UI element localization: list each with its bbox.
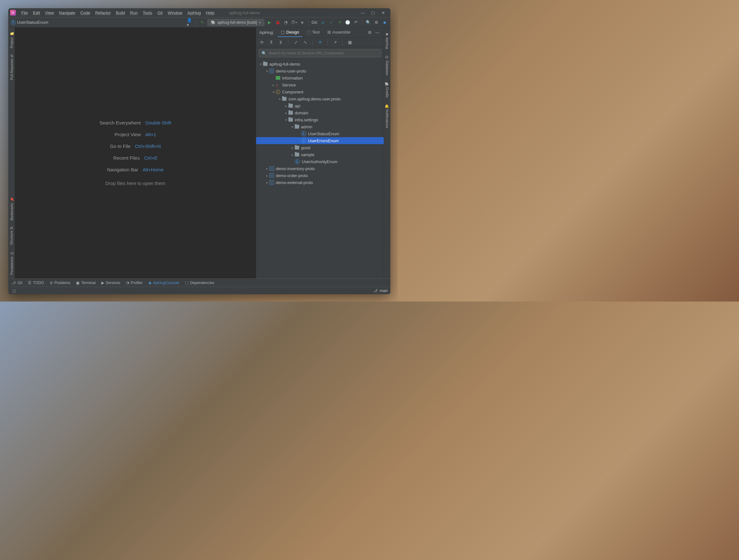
tree-arrow-icon[interactable] xyxy=(271,90,276,94)
menu-edit[interactable]: Edit xyxy=(31,9,42,16)
tree-module[interactable]: demo-user-proto xyxy=(256,67,384,75)
tree-folder[interactable]: admin xyxy=(256,123,384,130)
menu-refactor[interactable]: Refactor xyxy=(93,9,113,16)
btab-apihugconsole[interactable]: ◆ ApiHugConsole xyxy=(148,281,179,285)
left-tab-bookmarks[interactable]: Bookmarks🔖 xyxy=(9,195,14,223)
menu-apihug[interactable]: ApiHug xyxy=(185,9,203,16)
git-pull-icon[interactable]: ↙ xyxy=(320,19,326,26)
btab-problems[interactable]: ⊘ Problems xyxy=(50,281,70,285)
menu-run[interactable]: Run xyxy=(128,9,140,16)
debug-icon[interactable]: 🐞 xyxy=(275,19,281,26)
btab-services[interactable]: ▶ Services xyxy=(101,281,120,285)
panel-settings-icon[interactable]: ⚙ xyxy=(366,29,373,36)
tree-package[interactable]: com.apihug.demo.user.proto xyxy=(256,95,384,102)
refresh-icon[interactable]: ⟳ xyxy=(259,39,265,46)
git-push-icon[interactable]: ↗ xyxy=(336,19,342,26)
tree-component[interactable]: CComponent xyxy=(256,88,384,95)
tree-root[interactable]: apihug-full-demo xyxy=(256,60,384,67)
menu-navigate[interactable]: Navigate xyxy=(57,9,77,16)
tree-folder[interactable]: infra.settings xyxy=(256,116,384,123)
tree-enum[interactable]: EUserAuthorityEnum xyxy=(256,158,384,165)
right-tab-apihug[interactable]: ◆ApiHug xyxy=(385,29,390,51)
tree-arrow-icon[interactable] xyxy=(290,146,295,149)
right-tab-gradle[interactable]: 🐘Gradle xyxy=(385,79,390,100)
tree-module[interactable]: demo-external-proto xyxy=(256,179,384,186)
tab-design[interactable]: ⬚Design xyxy=(278,28,302,37)
branch-name[interactable]: main xyxy=(380,289,388,293)
right-tab-database[interactable]: ⛁Database xyxy=(385,52,390,78)
profile-icon[interactable]: ⏱▾ xyxy=(291,19,297,26)
tree-folder[interactable]: domain xyxy=(256,109,384,116)
tab-test[interactable]: ⬚Test xyxy=(304,28,323,37)
tree-folder[interactable]: sample xyxy=(256,151,384,158)
tree-enum[interactable]: EUserErrorsEnum xyxy=(256,137,384,144)
tree-arrow-icon[interactable] xyxy=(264,174,270,177)
left-tab-project[interactable]: Project📁 xyxy=(9,29,14,51)
hammer-icon[interactable]: ↖ xyxy=(199,19,205,26)
breadcrumb[interactable]: E UserStatusEnum xyxy=(11,20,185,25)
btab-terminal[interactable]: ▣ Terminal xyxy=(76,281,95,285)
search-box[interactable]: 🔍 xyxy=(259,49,381,57)
minimize-button[interactable]: — xyxy=(360,10,365,15)
user-icon[interactable]: 👤▾ xyxy=(187,19,193,26)
collapse-icon[interactable]: ⊻ xyxy=(278,39,284,46)
expand-icon[interactable]: ⊼ xyxy=(268,39,275,46)
btab-dependencies[interactable]: ⬚ Dependencies xyxy=(185,281,214,285)
git-commit-icon[interactable]: ✓ xyxy=(328,19,334,26)
tab-assemble[interactable]: ⊞Assemble xyxy=(324,28,354,37)
zoom-out-icon[interactable]: ⤡ xyxy=(302,39,308,46)
settings-icon[interactable]: ⚙ xyxy=(373,19,380,26)
tree-arrow-icon[interactable] xyxy=(258,62,263,66)
tree-arrow-icon[interactable] xyxy=(283,111,288,115)
git-rollback-icon[interactable]: ↶ xyxy=(353,19,359,26)
tool-window-icon[interactable]: ▢ xyxy=(11,288,17,294)
maximize-button[interactable]: ▢ xyxy=(371,10,375,15)
external-link-icon[interactable]: ↗ xyxy=(332,39,338,46)
tree-module[interactable]: demo-inventory-proto xyxy=(256,165,384,172)
tree-module[interactable]: demo-order-proto xyxy=(256,172,384,179)
menu-view[interactable]: View xyxy=(43,9,56,16)
menu-window[interactable]: Window xyxy=(166,9,185,16)
btab-profiler[interactable]: ◔ Profiler xyxy=(126,281,143,285)
search-input[interactable] xyxy=(269,51,379,55)
panel-minimize-icon[interactable]: — xyxy=(374,29,381,36)
menu-help[interactable]: Help xyxy=(204,9,217,16)
editor-area[interactable]: Search EverywhereDouble Shift Project Vi… xyxy=(15,27,256,278)
tree-enum[interactable]: EUserStatusEnum xyxy=(256,130,384,137)
run-icon[interactable]: ▶ xyxy=(266,19,273,26)
tree-service[interactable]: Service xyxy=(256,82,384,88)
menu-build[interactable]: Build xyxy=(114,9,127,16)
tree-folder[interactable]: good xyxy=(256,144,384,151)
menu-code[interactable]: Code xyxy=(78,9,93,16)
zoom-in-icon[interactable]: ⤢ xyxy=(293,39,299,46)
search-icon[interactable]: 🔍 xyxy=(365,19,372,26)
tree-arrow-icon[interactable] xyxy=(264,69,270,73)
tree-arrow-icon[interactable] xyxy=(290,153,295,156)
menu-tools[interactable]: Tools xyxy=(141,9,154,16)
tree-arrow-icon[interactable] xyxy=(283,118,288,122)
git-history-icon[interactable]: 🕐 xyxy=(344,19,351,26)
tree-arrow-icon[interactable] xyxy=(283,104,288,108)
tree-arrow-icon[interactable] xyxy=(264,181,270,184)
menu-file[interactable]: File xyxy=(19,9,30,16)
tree-arrow-icon[interactable] xyxy=(264,167,270,170)
tree-arrow-icon[interactable] xyxy=(277,97,282,101)
grid-icon[interactable]: ▦ xyxy=(347,39,353,46)
right-tab-notifications[interactable]: 🔔Notifications xyxy=(385,101,390,131)
btab-git[interactable]: ⎇ Git xyxy=(11,281,22,285)
tree-info[interactable]: Information xyxy=(256,75,384,82)
left-tab-pull-requests[interactable]: Pull Requests⇄ xyxy=(9,52,14,83)
coverage-icon[interactable]: ◔ xyxy=(283,19,289,26)
tree-arrow-icon[interactable] xyxy=(271,83,276,87)
sync-icon[interactable]: ⟳ xyxy=(317,39,323,46)
tree-arrow-icon[interactable] xyxy=(290,125,295,129)
left-tab-persistence[interactable]: Persistence⛁ xyxy=(9,249,14,277)
close-button[interactable]: ✕ xyxy=(381,10,385,15)
plugin-icon[interactable]: ◆ xyxy=(382,19,388,26)
btab-todo[interactable]: ☰ TODO xyxy=(28,281,44,285)
branch-icon[interactable]: ⎇ xyxy=(373,289,378,293)
stop-icon[interactable]: ■ xyxy=(299,19,306,26)
run-config-selector[interactable]: 🐘 apihug-full-demo [build] ▾ xyxy=(207,19,264,26)
left-tab-structure[interactable]: Structure⧉ xyxy=(9,224,14,247)
menu-git[interactable]: Git xyxy=(155,9,165,16)
